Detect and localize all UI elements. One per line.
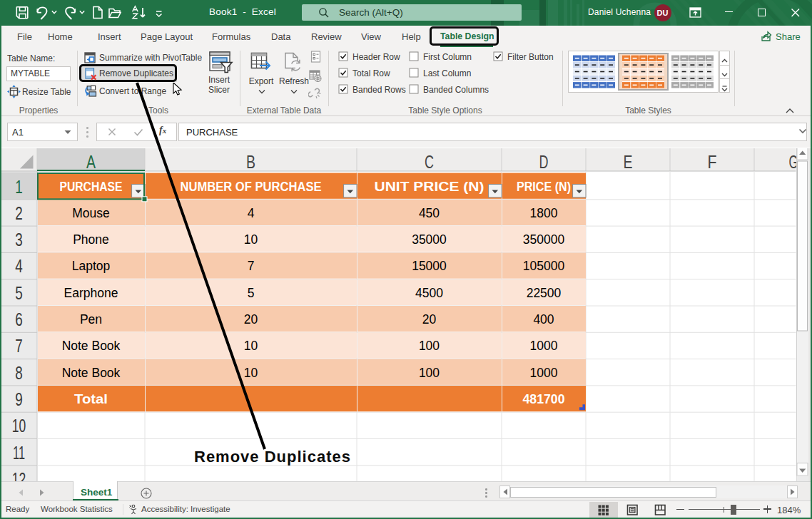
svg-text:22500: 22500 [527,286,562,300]
svg-text:400: 400 [533,312,554,327]
svg-text:Mouse: Mouse [72,206,110,220]
svg-text:B: B [246,151,255,173]
svg-text:350000: 350000 [523,232,565,247]
svg-text:7: 7 [248,259,255,273]
svg-text:15000: 15000 [412,259,447,273]
svg-text:A: A [86,151,96,173]
svg-text:Note Book: Note Book [62,366,121,380]
svg-text:Note Book: Note Book [62,339,121,353]
svg-text:1000: 1000 [530,339,558,353]
svg-text:12: 12 [12,468,26,481]
svg-text:8: 8 [15,362,23,384]
svg-text:1000: 1000 [530,366,558,380]
svg-text:20: 20 [244,312,258,327]
svg-text:PURCHASE: PURCHASE [60,180,123,194]
svg-text:1: 1 [15,176,23,197]
svg-text:9: 9 [15,389,23,410]
svg-text:100: 100 [419,366,440,380]
svg-text:4: 4 [15,255,23,277]
svg-text:450: 450 [419,206,440,220]
svg-text:7: 7 [15,335,23,356]
svg-text:4: 4 [248,206,255,220]
svg-text:11: 11 [13,442,25,463]
svg-text:20: 20 [422,312,437,327]
svg-text:UNIT PRICE (N): UNIT PRICE (N) [375,180,484,194]
svg-text:C: C [425,151,434,173]
svg-text:10: 10 [244,366,258,380]
svg-text:NUMBER OF PURCHASE: NUMBER OF PURCHASE [181,180,322,194]
svg-text:Total: Total [74,392,108,406]
svg-text:10: 10 [244,339,258,353]
svg-text:Phone: Phone [73,232,109,247]
svg-text:35000: 35000 [412,232,447,247]
svg-text:3: 3 [15,229,23,250]
svg-text:6: 6 [15,309,23,330]
svg-text:Laptop: Laptop [72,259,111,273]
svg-text:5: 5 [15,282,23,304]
svg-text:D: D [539,151,549,173]
svg-text:105000: 105000 [523,259,565,273]
svg-text:F: F [708,151,717,173]
svg-text:PRICE (N): PRICE (N) [517,180,571,194]
svg-text:Earphone: Earphone [64,286,118,300]
svg-text:2: 2 [15,202,23,224]
svg-text:E: E [624,151,633,173]
svg-text:10: 10 [244,232,258,247]
svg-text:481700: 481700 [523,392,565,406]
svg-text:4500: 4500 [415,286,443,300]
svg-text:5: 5 [248,286,255,300]
svg-text:Pen: Pen [80,312,102,327]
svg-text:100: 100 [419,339,440,353]
svg-text:10: 10 [12,415,26,436]
svg-text:1800: 1800 [530,206,558,220]
